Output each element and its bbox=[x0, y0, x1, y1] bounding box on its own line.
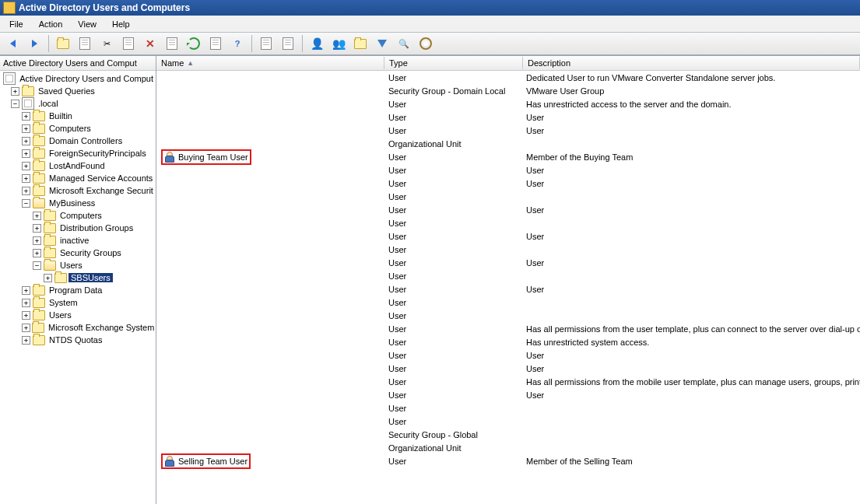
view-icons-button[interactable] bbox=[257, 34, 276, 53]
tree-node[interactable]: +ForeignSecurityPrincipals bbox=[0, 147, 156, 159]
refresh-button[interactable] bbox=[184, 34, 203, 53]
collapse-icon[interactable]: − bbox=[22, 199, 31, 208]
list-row[interactable]: UserUser bbox=[156, 282, 860, 296]
list-row[interactable]: UserHas all permissions from the mobile … bbox=[156, 375, 860, 388]
list-row[interactable]: UserHas all permissions from the user te… bbox=[156, 322, 860, 335]
menu-view[interactable]: View bbox=[70, 17, 104, 31]
expand-icon[interactable]: + bbox=[22, 324, 30, 332]
tree-node[interactable]: +NTDS Quotas bbox=[0, 334, 156, 346]
list-row[interactable]: User bbox=[156, 296, 860, 309]
tree-node[interactable]: +inactive bbox=[0, 234, 156, 247]
expand-icon[interactable]: + bbox=[33, 236, 42, 245]
list-row[interactable]: UserUser bbox=[156, 203, 860, 216]
tree-node[interactable]: +System bbox=[0, 296, 156, 309]
tree-node[interactable]: +Computers bbox=[0, 209, 156, 222]
collapse-icon[interactable]: − bbox=[33, 261, 42, 270]
expand-icon[interactable]: + bbox=[22, 124, 31, 133]
list-row[interactable]: UserUser bbox=[156, 256, 860, 269]
tree-node[interactable]: +Microsoft Exchange System bbox=[0, 321, 156, 334]
column-header-description[interactable]: Description bbox=[523, 57, 860, 69]
list-row[interactable]: Buying Team UserUserMember of the Buying… bbox=[156, 150, 860, 163]
nav-forward-button[interactable] bbox=[25, 34, 44, 53]
expand-icon[interactable]: + bbox=[33, 212, 42, 220]
column-header-type[interactable]: Type bbox=[384, 57, 523, 69]
tree-node[interactable]: +Distribution Groups bbox=[0, 222, 156, 234]
menu-action[interactable]: Action bbox=[31, 17, 71, 31]
new-user-button[interactable]: 👤 bbox=[307, 34, 326, 53]
list-row[interactable]: User bbox=[156, 401, 860, 415]
list-row[interactable]: UserUser bbox=[156, 348, 860, 362]
tree-node[interactable]: +LostAndFound bbox=[0, 159, 156, 172]
column-header-name[interactable]: Name▲ bbox=[156, 57, 384, 69]
expand-icon[interactable]: + bbox=[22, 112, 31, 121]
tree-node[interactable]: +Builtin bbox=[0, 110, 156, 122]
expand-icon[interactable]: + bbox=[22, 299, 31, 307]
tree-node[interactable]: −.local bbox=[0, 97, 156, 110]
list-row[interactable]: Selling Team UserUserMember of the Selli… bbox=[156, 454, 860, 467]
list-row[interactable]: User bbox=[156, 216, 860, 229]
list-row[interactable]: UserUser bbox=[156, 388, 860, 401]
list-row[interactable]: UserHas unrestricted access to the serve… bbox=[156, 97, 860, 110]
expand-icon[interactable]: + bbox=[22, 162, 31, 170]
tree-node[interactable]: +Microsoft Exchange Securit bbox=[0, 184, 156, 197]
cut-button[interactable]: ✂ bbox=[97, 34, 116, 53]
add-to-group-button[interactable] bbox=[416, 34, 435, 53]
list-row[interactable]: UserUser bbox=[156, 362, 860, 375]
filter-button[interactable] bbox=[373, 34, 391, 53]
list-row[interactable]: UserUser bbox=[156, 110, 860, 124]
expand-icon[interactable]: + bbox=[22, 286, 31, 295]
list-row[interactable]: User bbox=[156, 243, 860, 256]
list-row[interactable]: Organizational Unit bbox=[156, 137, 860, 150]
delete-button[interactable]: ✕ bbox=[141, 34, 160, 53]
menu-help[interactable]: Help bbox=[104, 17, 138, 31]
expand-icon[interactable]: + bbox=[44, 274, 53, 282]
new-ou-button[interactable] bbox=[351, 34, 370, 53]
properties-button[interactable] bbox=[163, 34, 181, 53]
tree-node[interactable]: +Domain Controllers bbox=[0, 135, 156, 147]
show-hide-console-button[interactable] bbox=[75, 34, 94, 53]
tree-node[interactable]: +SBSUsers bbox=[0, 271, 156, 284]
list-row[interactable]: Organizational Unit bbox=[156, 441, 860, 454]
list-row[interactable]: User bbox=[156, 269, 860, 282]
tree-node[interactable]: +Saved Queries bbox=[0, 85, 156, 97]
tree-header[interactable]: Active Directory Users and Comput bbox=[0, 56, 156, 71]
copy-button[interactable] bbox=[119, 34, 138, 53]
tree-node[interactable]: +Computers bbox=[0, 122, 156, 135]
list-row[interactable]: User bbox=[156, 309, 860, 322]
collapse-icon[interactable]: − bbox=[11, 100, 20, 108]
expand-icon[interactable]: + bbox=[22, 174, 31, 183]
view-detail-button[interactable] bbox=[279, 34, 297, 53]
list-row[interactable]: UserUser bbox=[156, 229, 860, 243]
nav-back-button[interactable] bbox=[3, 34, 22, 53]
help-button[interactable]: ? bbox=[228, 34, 247, 53]
new-group-button[interactable]: 👥 bbox=[329, 34, 348, 53]
tree-node[interactable]: −Users bbox=[0, 259, 156, 271]
find-button[interactable]: 🔍 bbox=[395, 34, 413, 53]
tree-node[interactable]: +Managed Service Accounts bbox=[0, 172, 156, 184]
expand-icon[interactable]: + bbox=[22, 137, 31, 145]
expand-icon[interactable]: + bbox=[22, 311, 31, 320]
list-row[interactable]: User bbox=[156, 190, 860, 203]
tree-node[interactable]: +Security Groups bbox=[0, 247, 156, 259]
list-row[interactable]: User bbox=[156, 415, 860, 428]
menu-file[interactable]: File bbox=[2, 17, 31, 31]
list-row[interactable]: UserDedicated User to run VMware Convert… bbox=[156, 71, 860, 84]
tree-node[interactable]: Active Directory Users and Comput bbox=[0, 72, 156, 85]
list-row[interactable]: UserUser bbox=[156, 163, 860, 177]
list-row[interactable]: UserUser bbox=[156, 124, 860, 137]
list-row[interactable]: UserHas unrestricted system access. bbox=[156, 335, 860, 348]
list-row[interactable]: Security Group - Domain LocalVMware User… bbox=[156, 84, 860, 97]
export-button[interactable] bbox=[206, 34, 225, 53]
up-level-button[interactable] bbox=[54, 34, 72, 53]
expand-icon[interactable]: + bbox=[22, 336, 31, 345]
tree-node[interactable]: +Users bbox=[0, 309, 156, 321]
expand-icon[interactable]: + bbox=[33, 249, 42, 257]
expand-icon[interactable]: + bbox=[33, 224, 42, 233]
tree-node[interactable]: +Program Data bbox=[0, 284, 156, 296]
expand-icon[interactable]: + bbox=[11, 87, 20, 96]
list-row[interactable]: Security Group - Global bbox=[156, 428, 860, 441]
expand-icon[interactable]: + bbox=[22, 187, 31, 195]
tree-node[interactable]: −MyBusiness bbox=[0, 197, 156, 209]
expand-icon[interactable]: + bbox=[22, 149, 31, 158]
list-row[interactable]: UserUser bbox=[156, 177, 860, 190]
